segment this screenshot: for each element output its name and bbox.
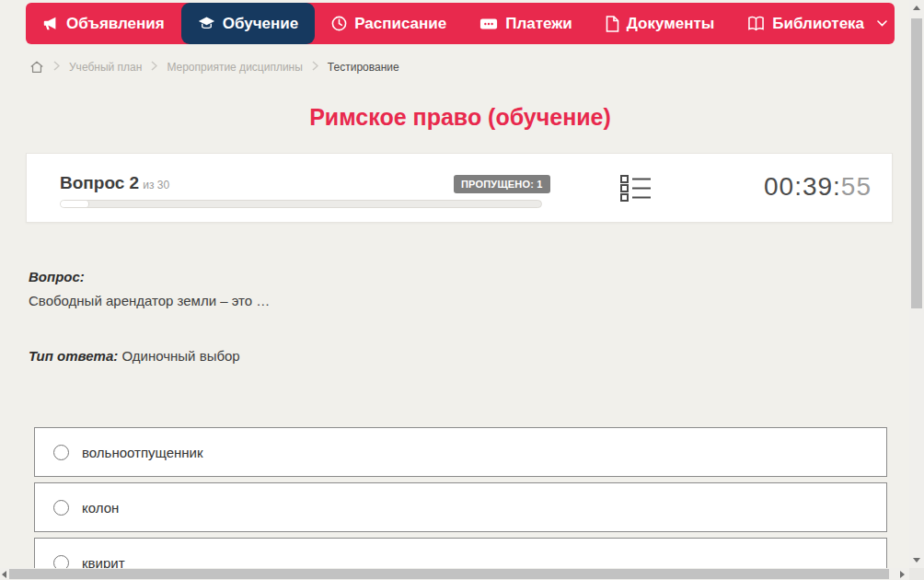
scroll-left-arrow-icon[interactable] <box>2 571 6 578</box>
checklist-icon <box>620 173 652 206</box>
nav-item-label: Платежи <box>505 15 572 33</box>
breadcrumb-item-curriculum[interactable]: Учебный план <box>69 61 142 74</box>
breadcrumb-separator-icon <box>312 61 318 74</box>
scroll-right-arrow-icon[interactable] <box>900 571 905 578</box>
scroll-down-arrow-icon[interactable] <box>913 558 920 563</box>
nav-item-label: Документы <box>627 15 715 33</box>
horizontal-scrollbar[interactable] <box>0 568 909 580</box>
nav-item-learning[interactable]: Обучение <box>181 3 315 44</box>
nav-item-schedule[interactable]: Расписание <box>315 3 463 44</box>
nav-item-label: Расписание <box>354 15 446 33</box>
question-label: Вопрос: <box>29 269 85 284</box>
breadcrumb-separator-icon <box>53 61 60 74</box>
document-icon <box>606 16 619 32</box>
vertical-scrollbar[interactable] <box>909 0 924 568</box>
vertical-scrollbar-thumb[interactable] <box>911 18 922 308</box>
answer-option-label: колон <box>82 500 119 516</box>
page-title: Римское право (обучение) <box>0 104 920 131</box>
progress-bar-fill <box>61 201 89 207</box>
nav-item-payments[interactable]: Платежи <box>463 3 589 44</box>
breadcrumb: Учебный план Мероприятие дисциплины Тест… <box>29 59 399 75</box>
progress-bar <box>60 200 542 208</box>
question-status-card: Вопрос 2из 30 ПРОПУЩЕНО: 1 00:39:55 <box>26 153 893 223</box>
radio-button[interactable] <box>53 445 69 460</box>
countdown-timer: 00:39:55 <box>764 172 872 202</box>
horizontal-scrollbar-thumb[interactable] <box>9 569 889 579</box>
answer-type-value: Одиночный выбор <box>121 348 239 364</box>
question-number: Вопрос 2из 30 <box>60 173 169 193</box>
scroll-up-arrow-icon[interactable] <box>913 6 920 10</box>
question-of-label: из 30 <box>143 179 169 191</box>
main-nav: Объявления Обучение Расписание Платежи Д… <box>26 3 895 44</box>
answer-type: Тип ответа: Одиночный выбор <box>29 348 240 364</box>
nav-item-label: Библиотека <box>772 15 864 33</box>
banknote-icon <box>479 17 498 31</box>
skipped-badge: ПРОПУЩЕНО: 1 <box>454 175 550 193</box>
nav-item-documents[interactable]: Документы <box>589 3 732 44</box>
graduation-cap-icon <box>198 15 215 32</box>
timer-main: 00:39: <box>764 172 841 201</box>
nav-item-library[interactable]: Библиотека <box>731 3 904 44</box>
breadcrumb-separator-icon <box>151 61 157 74</box>
answer-type-label: Тип ответа: <box>29 348 118 364</box>
radio-button[interactable] <box>53 500 69 516</box>
megaphone-icon <box>42 16 59 32</box>
question-text: Свободный арендатор земли – это … <box>29 293 270 308</box>
question-list-button[interactable] <box>620 175 652 204</box>
timer-seconds: 55 <box>841 172 872 201</box>
question-number-label: Вопрос 2 <box>60 173 139 192</box>
breadcrumb-item-discipline-event[interactable]: Мероприятие дисциплины <box>167 61 302 74</box>
home-icon[interactable] <box>29 60 44 75</box>
answer-option-1[interactable]: вольноотпущенник <box>34 427 887 477</box>
clock-icon <box>331 16 347 31</box>
answer-option-label: вольноотпущенник <box>82 445 203 460</box>
scrollbar-corner <box>909 568 924 580</box>
answer-option-2[interactable]: колон <box>34 482 887 532</box>
nav-item-announcements[interactable]: Объявления <box>26 3 181 44</box>
breadcrumb-item-testing: Тестирование <box>328 61 399 74</box>
nav-item-label: Обучение <box>223 15 298 33</box>
book-icon <box>747 16 765 31</box>
chevron-down-icon <box>877 20 887 27</box>
nav-item-label: Объявления <box>66 15 165 33</box>
